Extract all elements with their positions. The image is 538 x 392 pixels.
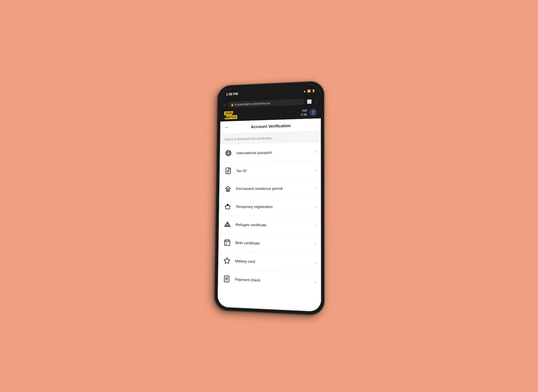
document-list: International passport › [218,143,321,310]
phone-screen: 1:59 PM ▲ 📶 🔋 ⌂ 🔒 in.parimatch.com/en/my… [218,84,321,312]
status-icons: ▲ 📶 🔋 [303,89,315,93]
doc-label: International passport [236,150,311,155]
chevron-right-icon: › [315,242,316,247]
page-title: Account Verification [231,123,311,130]
tabs-button[interactable]: ⬜ [307,99,312,104]
url-bar[interactable]: 🔒 in.parimatch.com/en/my-ac [228,99,305,108]
phone-wrapper: 1:59 PM ▲ 📶 🔋 ⌂ 🔒 in.parimatch.com/en/my… [214,81,324,316]
balance-display: INR 0.56 [301,109,307,117]
chevron-right-icon: › [315,186,316,191]
chevron-right-icon: › [315,279,316,285]
doc-item-payment-check[interactable]: Payment check › [218,270,321,292]
doc-label: Refugee certificate [235,222,310,227]
doc-item-tax-id[interactable]: Tax ID › [219,161,321,180]
doc-item-birth-certificate[interactable]: Birth certificate › [219,234,321,254]
chevron-right-icon: › [315,204,316,209]
page-content: ← Account Verification Select a document… [218,118,321,312]
svg-point-0 [226,150,231,156]
doc-label: Military card [235,259,311,265]
svg-point-1 [227,150,229,156]
passport-icon [224,149,233,158]
doc-item-military-card[interactable]: Military card › [218,251,321,273]
star-icon [222,256,231,265]
home-temp-icon [223,202,232,211]
doc-label: Birth certificate [235,241,311,246]
menu-button[interactable]: ⋮ [314,99,318,104]
logo-match: MATCH [224,115,237,119]
doc-label: Temporary registration [236,204,310,209]
phone-body: 1:59 PM ▲ 📶 🔋 ⌂ 🔒 in.parimatch.com/en/my… [214,81,324,316]
chevron-right-icon: › [315,223,316,228]
user-avatar[interactable]: 👤 [309,109,317,116]
svg-rect-9 [227,190,228,191]
tax-icon [224,166,233,175]
balance-amount: 0.56 [301,112,307,116]
home-icon[interactable]: ⌂ [223,102,226,107]
doc-label: Payment check [235,277,310,284]
calendar-icon [223,238,231,247]
back-button[interactable]: ← [224,125,229,130]
document-icon [222,274,231,284]
doc-label: Permanent residence permit [236,186,311,191]
svg-rect-12 [224,240,230,246]
doc-item-international-passport[interactable]: International passport › [220,143,321,162]
home-perm-icon [224,184,232,193]
parimatch-logo: PARI MATCH [224,111,237,119]
doc-item-permanent-residence[interactable]: Permanent residence permit › [219,179,321,198]
signal-icon: ▲ [303,90,306,93]
chevron-right-icon: › [315,260,316,266]
refugee-icon [223,220,232,229]
chevron-right-icon: › [315,149,316,154]
battery-icon: 🔋 [312,89,315,92]
doc-item-refugee-certificate[interactable]: Refugee certificate › [219,216,321,235]
notch [259,86,281,93]
doc-item-temporary-registration[interactable]: Temporary registration › [219,198,321,216]
wifi-icon: 📶 [307,89,310,92]
logo-pari: PARI [224,111,234,115]
status-time: 1:59 PM [226,92,238,96]
url-text: in.parimatch.com/en/my-ac [235,101,270,106]
svg-marker-18 [224,258,230,263]
svg-rect-4 [226,168,231,174]
header-right: INR 0.56 👤 [301,108,317,116]
balance-currency: INR [301,109,307,113]
chevron-right-icon: › [315,167,316,172]
doc-label: Tax ID [236,168,311,173]
lock-icon: 🔒 [231,103,234,106]
